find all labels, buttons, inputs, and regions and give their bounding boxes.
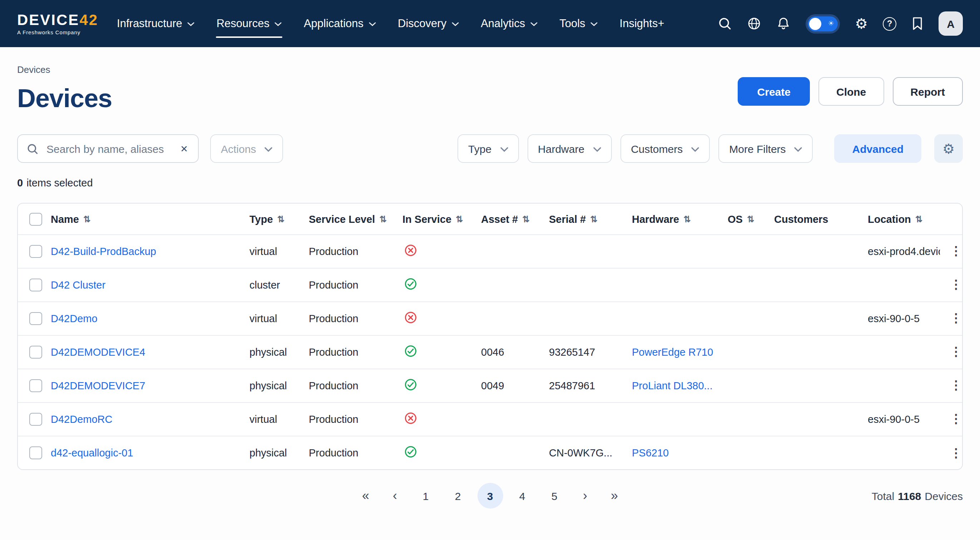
selection-count: 0 (17, 178, 23, 189)
device-location (861, 335, 940, 369)
search-icon[interactable] (718, 16, 732, 31)
device-customers (767, 369, 861, 402)
sort-icon[interactable]: ⇅ (83, 214, 91, 224)
column-header-asset[interactable]: Asset #⇅ (474, 204, 542, 235)
nav-item-insights[interactable]: Insights+ (620, 0, 664, 47)
row-checkbox[interactable] (29, 312, 42, 325)
filter-type[interactable]: Type (458, 135, 519, 163)
user-avatar[interactable]: A (939, 11, 963, 36)
pagination-last-button[interactable]: » (603, 483, 626, 509)
nav-item-resources[interactable]: Resources (216, 0, 282, 47)
filter-more-filters[interactable]: More Filters (718, 135, 813, 163)
actions-dropdown[interactable]: Actions (210, 135, 283, 163)
globe-icon[interactable] (747, 16, 761, 31)
nav-item-tools[interactable]: Tools (559, 0, 597, 47)
sort-icon[interactable]: ⇅ (747, 214, 754, 224)
column-header-serial[interactable]: Serial #⇅ (542, 204, 625, 235)
row-actions-kebab-icon[interactable]: ⋮ (947, 312, 963, 326)
column-header-name[interactable]: Name⇅ (44, 204, 242, 235)
notifications-bell-icon[interactable] (776, 16, 791, 31)
clear-search-icon[interactable]: ✕ (179, 142, 189, 156)
table-row: D42DemoRC virtual Production esxi-90-0-5… (18, 402, 963, 436)
row-actions-kebab-icon[interactable]: ⋮ (947, 446, 963, 460)
column-header-location[interactable]: Location⇅ (861, 204, 940, 235)
device-name-link[interactable]: D42DemoRC (51, 414, 112, 425)
device-name-link[interactable]: D42-Build-ProdBackup (51, 246, 156, 257)
chevron-down-icon (500, 147, 508, 152)
create-button[interactable]: Create (738, 77, 810, 106)
page-button-1[interactable]: 1 (413, 483, 439, 509)
chevron-down-icon (275, 22, 282, 26)
row-checkbox[interactable] (29, 413, 42, 426)
device-os (721, 402, 767, 436)
filter-customers[interactable]: Customers (620, 135, 710, 163)
nav-item-analytics[interactable]: Analytics (481, 0, 537, 47)
device-type: physical (242, 335, 302, 369)
row-actions-kebab-icon[interactable]: ⋮ (947, 413, 963, 426)
select-all-checkbox[interactable] (29, 213, 42, 226)
page-button-2[interactable]: 2 (445, 483, 471, 509)
sort-icon[interactable]: ⇅ (915, 214, 923, 224)
device-name-link[interactable]: D42DEMODEVICE7 (51, 380, 145, 391)
device-customers (767, 436, 861, 470)
chevron-down-icon (590, 22, 598, 26)
nav-item-applications[interactable]: Applications (304, 0, 375, 47)
bookmark-icon[interactable] (912, 16, 924, 31)
sort-icon[interactable]: ⇅ (590, 214, 597, 224)
nav-item-discovery[interactable]: Discovery (398, 0, 458, 47)
column-header-type[interactable]: Type⇅ (242, 204, 302, 235)
row-actions-kebab-icon[interactable]: ⋮ (947, 278, 963, 292)
nav-item-infrastructure[interactable]: Infrastructure (117, 0, 194, 47)
not-in-service-x-icon (404, 311, 417, 324)
table-settings-button[interactable]: ⚙ (934, 135, 963, 163)
sort-icon[interactable]: ⇅ (379, 214, 387, 224)
advanced-button[interactable]: Advanced (835, 135, 921, 163)
sort-icon[interactable]: ⇅ (277, 214, 285, 224)
column-header-service-level[interactable]: Service Level⇅ (302, 204, 395, 235)
not-in-service-x-icon (404, 411, 417, 425)
device-name-link[interactable]: D42DEMODEVICE4 (51, 346, 145, 358)
theme-toggle[interactable]: ☀ (808, 16, 838, 31)
row-actions-kebab-icon[interactable]: ⋮ (947, 345, 963, 359)
page-button-5[interactable]: 5 (541, 483, 567, 509)
column-header-hardware[interactable]: Hardware⇅ (625, 204, 721, 235)
in-service-check-icon (404, 344, 417, 358)
device-name-link[interactable]: D42 Cluster (51, 279, 105, 291)
column-header-os[interactable]: OS⇅ (721, 204, 767, 235)
device-customers (767, 235, 861, 268)
row-checkbox[interactable] (29, 346, 42, 359)
sort-icon[interactable]: ⇅ (683, 214, 690, 224)
pagination-first-button[interactable]: « (354, 483, 377, 509)
pagination-prev-button[interactable]: ‹ (383, 483, 406, 509)
page-actions: Create Clone Report (738, 77, 963, 106)
breadcrumb-devices[interactable]: Devices (17, 64, 50, 75)
device-name-link[interactable]: d42-equallogic-01 (51, 447, 133, 459)
row-actions-kebab-icon[interactable]: ⋮ (947, 245, 963, 258)
sort-icon[interactable]: ⇅ (522, 214, 529, 224)
pagination-next-button[interactable]: › (574, 483, 597, 509)
clone-button[interactable]: Clone (818, 77, 884, 106)
device42-logo[interactable]: DEVICE42 A Freshworks Company (17, 12, 98, 35)
page-button-4[interactable]: 4 (509, 483, 535, 509)
report-button[interactable]: Report (892, 77, 963, 106)
row-actions-kebab-icon[interactable]: ⋮ (947, 379, 963, 392)
device-name-link[interactable]: D42Demo (51, 313, 97, 324)
row-checkbox[interactable] (29, 379, 42, 392)
hardware-link[interactable]: PS6210 (632, 447, 669, 459)
device-location: esxi-prod4.devic (861, 235, 940, 268)
settings-gear-icon[interactable]: ⚙ (855, 16, 868, 31)
devices-table: Name⇅ Type⇅ Service Level⇅ In Service⇅ A… (18, 204, 963, 470)
sort-icon[interactable]: ⇅ (456, 214, 463, 224)
search-input[interactable] (45, 142, 172, 156)
column-header-customers[interactable]: Customers (767, 204, 861, 235)
hardware-link[interactable]: PowerEdge R710 (632, 346, 713, 358)
row-checkbox[interactable] (29, 446, 42, 459)
filter-hardware[interactable]: Hardware (527, 135, 611, 163)
main-content: Devices Devices Create Clone Report ✕ Ac… (0, 47, 980, 510)
column-header-in-service[interactable]: In Service⇅ (395, 204, 474, 235)
row-checkbox[interactable] (29, 279, 42, 291)
row-checkbox[interactable] (29, 245, 42, 258)
help-icon[interactable]: ? (883, 17, 896, 30)
page-button-3[interactable]: 3 (477, 483, 503, 509)
hardware-link[interactable]: ProLiant DL380... (632, 380, 713, 391)
